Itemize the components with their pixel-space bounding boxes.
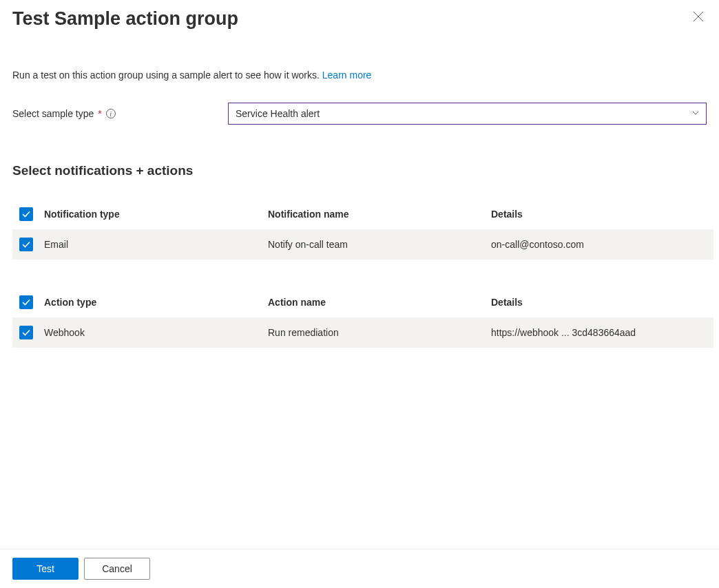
test-button[interactable]: Test	[12, 558, 79, 580]
cancel-button[interactable]: Cancel	[84, 558, 150, 580]
section-heading: Select notifications + actions	[0, 163, 719, 178]
notification-name-cell: Notify on-call team	[268, 239, 491, 250]
description-body: Run a test on this action group using a …	[12, 70, 322, 81]
action-details-header: Details	[491, 297, 707, 308]
action-details-cell: https://webhook ... 3cd483664aad	[491, 327, 707, 338]
info-icon[interactable]: i	[106, 109, 116, 118]
close-icon	[693, 11, 704, 22]
notification-type-header: Notification type	[44, 209, 268, 220]
table-row: Webhook Run remediation https://webhook …	[12, 317, 713, 348]
sample-type-label: Select sample type	[12, 108, 94, 119]
page-title: Test Sample action group	[12, 8, 238, 30]
action-row-checkbox[interactable]	[19, 326, 33, 339]
notification-details-header: Details	[491, 209, 707, 220]
sample-type-select[interactable]: Service Health alert	[228, 103, 707, 125]
action-name-header: Action name	[268, 297, 491, 308]
close-button[interactable]	[690, 8, 707, 25]
notification-type-cell: Email	[44, 239, 268, 250]
actions-table: Action type Action name Details Webhook …	[12, 287, 713, 348]
notification-name-header: Notification name	[268, 209, 491, 220]
select-all-notifications-checkbox[interactable]	[19, 207, 33, 221]
select-all-actions-checkbox[interactable]	[19, 295, 33, 309]
footer: Test Cancel	[0, 549, 719, 588]
notification-row-checkbox[interactable]	[19, 238, 33, 251]
action-type-header: Action type	[44, 297, 268, 308]
sample-type-selected-value: Service Health alert	[236, 108, 320, 119]
table-header-row: Notification type Notification name Deta…	[12, 199, 713, 229]
table-header-row: Action type Action name Details	[12, 287, 713, 317]
table-row: Email Notify on-call team on-call@contos…	[12, 229, 713, 260]
action-type-cell: Webhook	[44, 327, 268, 338]
required-indicator: *	[98, 108, 101, 119]
notification-details-cell: on-call@contoso.com	[491, 239, 707, 250]
notifications-table: Notification type Notification name Deta…	[12, 199, 713, 260]
description-text: Run a test on this action group using a …	[0, 70, 719, 81]
learn-more-link[interactable]: Learn more	[322, 70, 372, 81]
action-name-cell: Run remediation	[268, 327, 491, 338]
